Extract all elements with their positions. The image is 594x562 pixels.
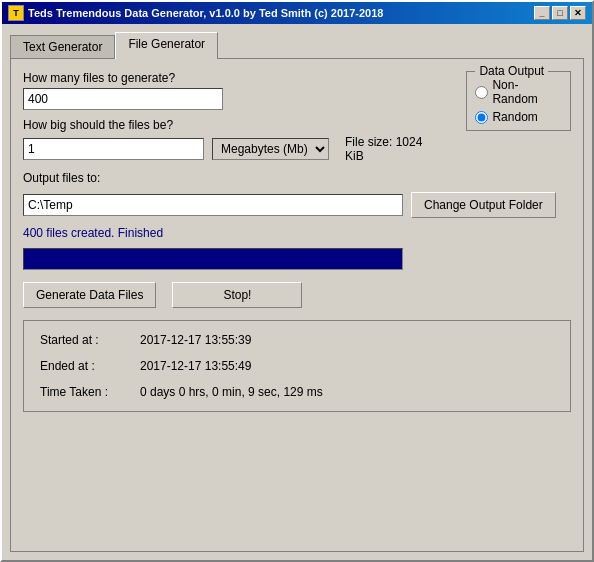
main-window: T Teds Tremendous Data Generator, v1.0.0… <box>0 0 594 562</box>
non-random-label: Non-Random <box>492 78 558 106</box>
tab-content: How many files to generate? How big shou… <box>10 58 584 552</box>
maximize-button[interactable]: □ <box>552 6 568 20</box>
random-row: Random <box>475 110 558 124</box>
time-label: Time Taken : <box>40 385 140 399</box>
progress-bar-fill <box>24 249 402 269</box>
output-folder-label: Output files to: <box>23 171 571 185</box>
output-row: Change Output Folder <box>23 192 571 218</box>
title-controls: _ □ ✕ <box>534 6 586 20</box>
started-value: 2017-12-17 13:55:39 <box>140 333 251 347</box>
file-size-inline: Kilobytes (Kb) Megabytes (Mb) Gigabytes … <box>23 135 434 163</box>
app-icon: T <box>8 5 24 21</box>
change-folder-button[interactable]: Change Output Folder <box>411 192 556 218</box>
data-output-legend: Data Output <box>475 64 548 78</box>
generate-button[interactable]: Generate Data Files <box>23 282 156 308</box>
files-count-row: How many files to generate? <box>23 71 434 110</box>
tab-text-generator[interactable]: Text Generator <box>10 35 115 58</box>
random-label: Random <box>492 110 537 124</box>
non-random-radio[interactable] <box>475 86 488 99</box>
title-bar: T Teds Tremendous Data Generator, v1.0.0… <box>2 2 592 24</box>
window-title: Teds Tremendous Data Generator, v1.0.0 b… <box>28 7 383 19</box>
ended-at-row: Ended at : 2017-12-17 13:55:49 <box>40 359 554 373</box>
started-at-row: Started at : 2017-12-17 13:55:39 <box>40 333 554 347</box>
stop-button[interactable]: Stop! <box>172 282 302 308</box>
progress-bar-container <box>23 248 403 270</box>
size-unit-select[interactable]: Kilobytes (Kb) Megabytes (Mb) Gigabytes … <box>212 138 329 160</box>
tab-file-generator[interactable]: File Generator <box>115 32 218 59</box>
file-size-input[interactable] <box>23 138 204 160</box>
title-bar-left: T Teds Tremendous Data Generator, v1.0.0… <box>8 5 383 21</box>
top-section: How many files to generate? How big shou… <box>23 71 571 163</box>
window-content: Text Generator File Generator How many f… <box>2 24 592 560</box>
close-button[interactable]: ✕ <box>570 6 586 20</box>
started-label: Started at : <box>40 333 140 347</box>
time-value: 0 days 0 hrs, 0 min, 9 sec, 129 ms <box>140 385 323 399</box>
left-form: How many files to generate? How big shou… <box>23 71 434 163</box>
status-text: 400 files created. Finished <box>23 226 571 240</box>
file-size-display: File size: 1024 KiB <box>345 135 434 163</box>
action-buttons-row: Generate Data Files Stop! <box>23 282 571 308</box>
file-size-row: How big should the files be? Kilobytes (… <box>23 118 434 163</box>
file-size-label: How big should the files be? <box>23 118 434 132</box>
files-count-label: How many files to generate? <box>23 71 434 85</box>
random-radio[interactable] <box>475 111 488 124</box>
time-taken-row: Time Taken : 0 days 0 hrs, 0 min, 9 sec,… <box>40 385 554 399</box>
tab-bar: Text Generator File Generator <box>10 32 584 58</box>
non-random-row: Non-Random <box>475 78 558 106</box>
status-message: 400 files created. Finished <box>23 226 163 240</box>
files-count-input[interactable] <box>23 88 223 110</box>
output-folder-row: Output files to: Change Output Folder <box>23 171 571 218</box>
data-output-group: Data Output Non-Random Random <box>466 71 571 131</box>
output-folder-input[interactable] <box>23 194 403 216</box>
ended-value: 2017-12-17 13:55:49 <box>140 359 251 373</box>
minimize-button[interactable]: _ <box>534 6 550 20</box>
stats-box: Started at : 2017-12-17 13:55:39 Ended a… <box>23 320 571 412</box>
ended-label: Ended at : <box>40 359 140 373</box>
